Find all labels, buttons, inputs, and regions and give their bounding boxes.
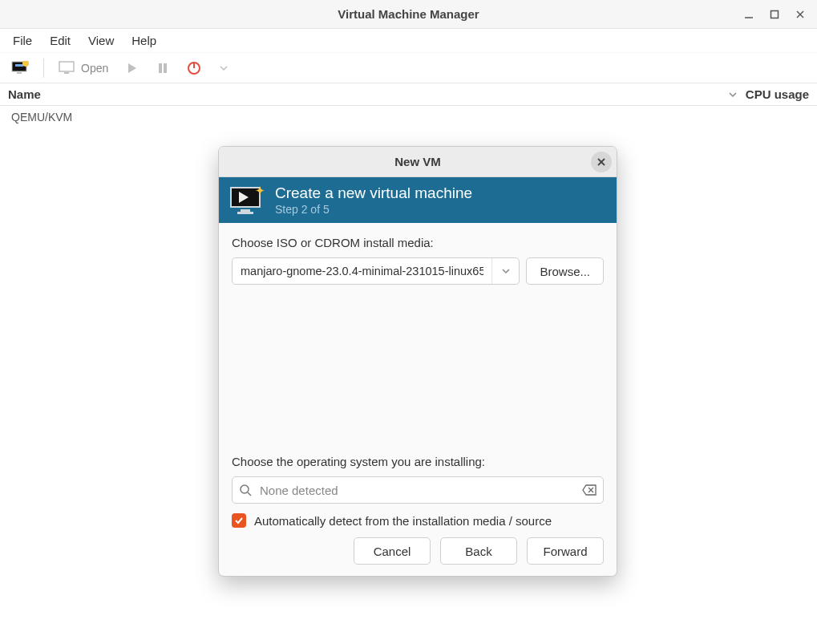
toolbar-separator <box>43 59 44 78</box>
window-minimize-button[interactable] <box>737 2 761 26</box>
power-icon <box>187 61 201 75</box>
svg-rect-8 <box>59 62 74 71</box>
shutdown-menu-button[interactable] <box>212 60 235 76</box>
autodetect-checkbox[interactable] <box>232 513 246 528</box>
column-name[interactable]: Name <box>8 87 41 101</box>
chevron-down-icon[interactable] <box>728 90 738 99</box>
os-input[interactable] <box>258 483 576 498</box>
column-cpu[interactable]: CPU usage <box>746 87 809 101</box>
os-label: Choose the operating system you are inst… <box>232 455 604 468</box>
menu-edit[interactable]: Edit <box>42 30 79 51</box>
menubar: File Edit View Help <box>0 29 817 53</box>
svg-rect-12 <box>164 63 167 73</box>
autodetect-label: Automatically detect from the installati… <box>254 514 552 528</box>
connection-tree[interactable]: QEMU/KVM <box>0 106 817 128</box>
iso-dropdown-button[interactable] <box>491 258 519 284</box>
dialog-close-button[interactable] <box>591 152 612 172</box>
new-vm-dialog: New VM ✦ Create a new virtual machine St… <box>218 146 617 577</box>
open-vm-button[interactable]: Open <box>52 58 115 79</box>
browse-button[interactable]: Browse... <box>526 257 604 285</box>
svg-marker-19 <box>583 485 596 495</box>
back-button[interactable]: Back <box>440 537 517 565</box>
iso-input[interactable] <box>233 258 491 284</box>
check-icon <box>234 516 244 525</box>
chevron-down-icon <box>501 266 511 276</box>
window-title: Virtual Machine Manager <box>338 7 479 21</box>
pause-button[interactable] <box>150 59 176 78</box>
open-label: Open <box>81 62 108 75</box>
svg-rect-1 <box>771 10 779 18</box>
connection-item[interactable]: QEMU/KVM <box>11 111 806 124</box>
pause-icon <box>156 62 169 75</box>
banner-step: Step 2 of 5 <box>275 203 472 217</box>
svg-rect-11 <box>159 63 162 73</box>
dialog-banner: ✦ Create a new virtual machine Step 2 of… <box>219 177 617 223</box>
vm-icon: ✦ <box>230 187 264 214</box>
search-icon <box>239 484 252 496</box>
svg-rect-9 <box>64 72 69 74</box>
dialog-title: New VM <box>394 155 441 168</box>
toolbar: Open <box>0 53 817 83</box>
iso-label: Choose ISO or CDROM install media: <box>232 236 604 249</box>
svg-line-18 <box>248 492 251 496</box>
dialog-titlebar: New VM <box>219 147 617 177</box>
window-maximize-button[interactable] <box>762 2 787 26</box>
svg-rect-5 <box>15 64 23 67</box>
dialog-footer: Cancel Back Forward <box>219 537 617 576</box>
iso-combo[interactable] <box>232 257 520 285</box>
menu-view[interactable]: View <box>80 30 122 51</box>
column-headers: Name CPU usage <box>0 83 817 106</box>
new-vm-button[interactable] <box>5 58 35 79</box>
monitor-new-icon <box>11 61 29 75</box>
chevron-down-icon <box>219 63 229 73</box>
run-button[interactable] <box>119 59 145 78</box>
banner-title: Create a new virtual machine <box>275 184 472 203</box>
titlebar: Virtual Machine Manager <box>0 0 817 29</box>
shutdown-button[interactable] <box>180 58 208 79</box>
menu-file[interactable]: File <box>5 30 40 51</box>
menu-help[interactable]: Help <box>123 30 164 51</box>
svg-rect-6 <box>17 72 22 74</box>
os-search[interactable] <box>232 476 604 504</box>
clear-icon[interactable] <box>582 484 597 496</box>
svg-marker-10 <box>128 63 136 73</box>
window-close-button[interactable] <box>788 2 812 26</box>
svg-point-17 <box>241 485 249 493</box>
cancel-button[interactable]: Cancel <box>354 537 431 565</box>
monitor-icon <box>59 61 76 75</box>
close-icon <box>597 157 606 167</box>
play-icon <box>126 62 139 75</box>
forward-button[interactable]: Forward <box>527 537 604 565</box>
